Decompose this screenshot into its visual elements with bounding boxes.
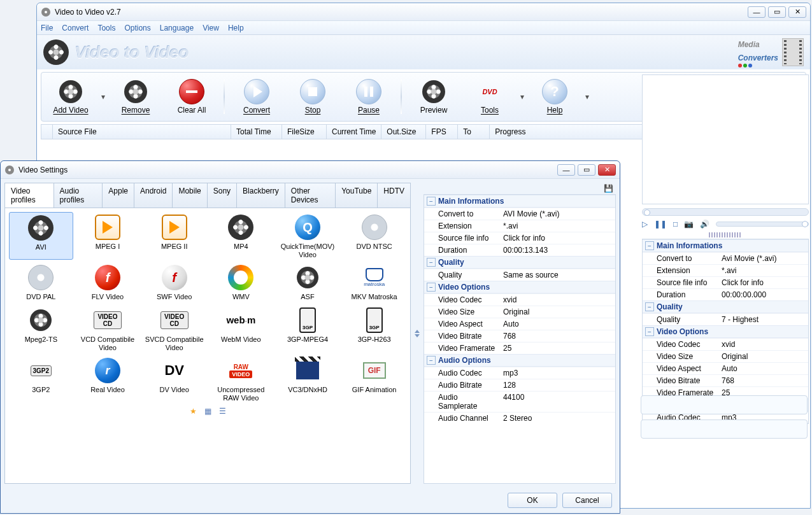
- menu-tools[interactable]: Tools: [97, 24, 115, 32]
- profile-avi[interactable]: AVI: [9, 212, 73, 260]
- col-source-file[interactable]: Source File: [53, 125, 231, 139]
- property-row[interactable]: Audio Channel2 Stereo: [424, 412, 615, 424]
- dialog-maximize-button[interactable]: ▭: [578, 164, 595, 176]
- property-row[interactable]: Audio Bitrate128: [424, 379, 615, 391]
- tab-blackberry[interactable]: Blackberry: [236, 183, 285, 208]
- property-row[interactable]: Duration00:00:13.143: [424, 244, 615, 256]
- property-row[interactable]: Video Bitrate768: [424, 330, 615, 342]
- close-button[interactable]: ✕: [788, 6, 806, 18]
- save-icon[interactable]: 💾: [604, 184, 613, 193]
- property-row[interactable]: Video SizeOriginal: [424, 306, 615, 318]
- list-view-icon[interactable]: ☰: [219, 407, 226, 416]
- col-out-size[interactable]: Out.Size: [381, 125, 426, 139]
- col-total-time[interactable]: Total Time: [231, 125, 282, 139]
- snapshot-icon[interactable]: 📷: [684, 220, 694, 229]
- help-button[interactable]: ? Help: [528, 75, 581, 118]
- play-icon[interactable]: ▷: [642, 220, 648, 229]
- property-row[interactable]: Source file infoClick for info: [424, 232, 615, 244]
- tab-hdtv[interactable]: HDTV: [377, 183, 411, 208]
- stop-button[interactable]: Stop: [286, 75, 339, 118]
- profile-vcd-compatibile-video[interactable]: VIDEO CDVCD Compatibile Video: [76, 305, 140, 353]
- profile-wmv[interactable]: WMV: [209, 262, 273, 302]
- property-row[interactable]: Video Bitrate768: [643, 374, 808, 386]
- col-current-time[interactable]: Current Time: [327, 125, 381, 139]
- property-row[interactable]: Quality7 - Highest: [643, 313, 808, 325]
- property-row[interactable]: Video SizeOriginal: [643, 350, 808, 362]
- tab-video-profiles[interactable]: Video profiles: [4, 183, 54, 208]
- menu-file[interactable]: File: [41, 24, 53, 32]
- tab-apple[interactable]: Apple: [102, 183, 134, 208]
- property-row[interactable]: Extension*.avi: [643, 264, 808, 276]
- property-row[interactable]: Video Framerate25: [424, 342, 615, 354]
- tools-button[interactable]: DVD Tools: [463, 75, 516, 118]
- ok-button[interactable]: OK: [508, 493, 557, 508]
- menu-language[interactable]: Language: [160, 24, 194, 32]
- seek-slider[interactable]: [642, 208, 809, 216]
- add-video-dropdown[interactable]: ▾: [100, 75, 106, 118]
- tab-mobile[interactable]: Mobile: [172, 183, 207, 208]
- profile-vc3-dnxhd[interactable]: VC3/DNxHD: [276, 355, 340, 403]
- property-row[interactable]: Extension*.avi: [424, 220, 615, 232]
- tab-audio-profiles[interactable]: Audio profiles: [53, 183, 103, 208]
- volume-icon[interactable]: 🔊: [700, 220, 709, 229]
- property-row[interactable]: Convert toAVI Movie (*.avi): [424, 208, 615, 220]
- property-row[interactable]: Video Codecxvid: [424, 293, 615, 306]
- add-video-button[interactable]: Add Video: [44, 75, 97, 118]
- section-toggle[interactable]: −: [427, 258, 436, 267]
- profile-mp4[interactable]: MP4: [209, 212, 273, 260]
- profile-uncompressed-raw-video[interactable]: RAWVIDEOUncompressed RAW Video: [209, 355, 273, 403]
- grid-view-icon[interactable]: ▦: [204, 407, 211, 416]
- profile-3gp2[interactable]: 3GP23GP2: [9, 355, 73, 403]
- clear-all-button[interactable]: Clear All: [165, 75, 218, 118]
- property-row[interactable]: QualitySame as source: [424, 269, 615, 281]
- profile-webm-video[interactable]: web·mWebM Video: [209, 305, 273, 353]
- profile-swf-video[interactable]: fSWF Video: [142, 262, 206, 302]
- profile-flv-video[interactable]: fFLV Video: [76, 262, 140, 302]
- col-filesize[interactable]: FileSize: [282, 125, 327, 139]
- minimize-button[interactable]: —: [748, 6, 766, 18]
- profile-mkv-matroska[interactable]: matroskaMKV Matroska: [342, 262, 406, 302]
- profile-svcd-compatibile-video[interactable]: VIDEO CDSVCD Compatibile Video: [142, 305, 206, 353]
- profile-mpeg-ii[interactable]: MPEG II: [142, 212, 206, 260]
- menu-convert[interactable]: Convert: [62, 24, 89, 32]
- property-row[interactable]: Video AspectAuto: [643, 362, 808, 374]
- profile-3gp-mpeg4[interactable]: 3GP3GP-MPEG4: [276, 305, 340, 353]
- profile-dvd-pal[interactable]: DVD PAL: [9, 262, 73, 302]
- col-to[interactable]: To: [458, 125, 490, 139]
- preview-button[interactable]: Preview: [407, 75, 460, 118]
- tab-other-devices[interactable]: Other Devices: [285, 183, 336, 208]
- section-toggle[interactable]: −: [645, 241, 654, 250]
- profile-mpeg2-ts[interactable]: Mpeg2-TS: [9, 305, 73, 353]
- tab-sony[interactable]: Sony: [207, 183, 237, 208]
- remove-button[interactable]: Remove: [109, 75, 162, 118]
- property-row[interactable]: Audio Codecmp3: [424, 367, 615, 379]
- section-toggle[interactable]: −: [645, 327, 654, 336]
- section-toggle[interactable]: −: [427, 356, 436, 365]
- property-row[interactable]: Audio Samplerate44100: [424, 391, 615, 412]
- profile-asf[interactable]: ASF: [276, 262, 340, 302]
- stop-icon[interactable]: □: [673, 220, 678, 229]
- property-row[interactable]: Video Codecxvid: [643, 338, 808, 350]
- pause-button[interactable]: Pause: [342, 75, 395, 118]
- cancel-button[interactable]: Cancel: [562, 493, 612, 508]
- property-row[interactable]: Convert toAvi Movie (*.avi): [643, 252, 808, 264]
- profile-mpeg-i[interactable]: MPEG I: [76, 212, 140, 260]
- dialog-splitter[interactable]: [415, 183, 420, 484]
- favorites-icon[interactable]: ★: [190, 407, 197, 416]
- dialog-minimize-button[interactable]: —: [557, 164, 575, 176]
- tab-android[interactable]: Android: [134, 183, 173, 208]
- profile-dvd-ntsc[interactable]: DVD NTSC: [342, 212, 406, 260]
- property-row[interactable]: Video AspectAuto: [424, 318, 615, 330]
- volume-slider[interactable]: [716, 222, 809, 227]
- section-toggle[interactable]: −: [427, 197, 436, 206]
- property-row[interactable]: Duration00:00:00.000: [643, 288, 808, 300]
- pause-icon[interactable]: ❚❚: [654, 220, 667, 229]
- help-dropdown[interactable]: ▾: [584, 75, 590, 118]
- maximize-button[interactable]: ▭: [768, 6, 786, 18]
- menu-options[interactable]: Options: [124, 24, 150, 32]
- section-toggle[interactable]: −: [427, 283, 436, 292]
- splitter-handle[interactable]: [709, 232, 742, 237]
- col-fps[interactable]: FPS: [426, 125, 458, 139]
- profile-quicktime-mov-video[interactable]: QuickTime(MOV) Video: [276, 212, 340, 260]
- profile-real-video[interactable]: rReal Video: [76, 355, 140, 403]
